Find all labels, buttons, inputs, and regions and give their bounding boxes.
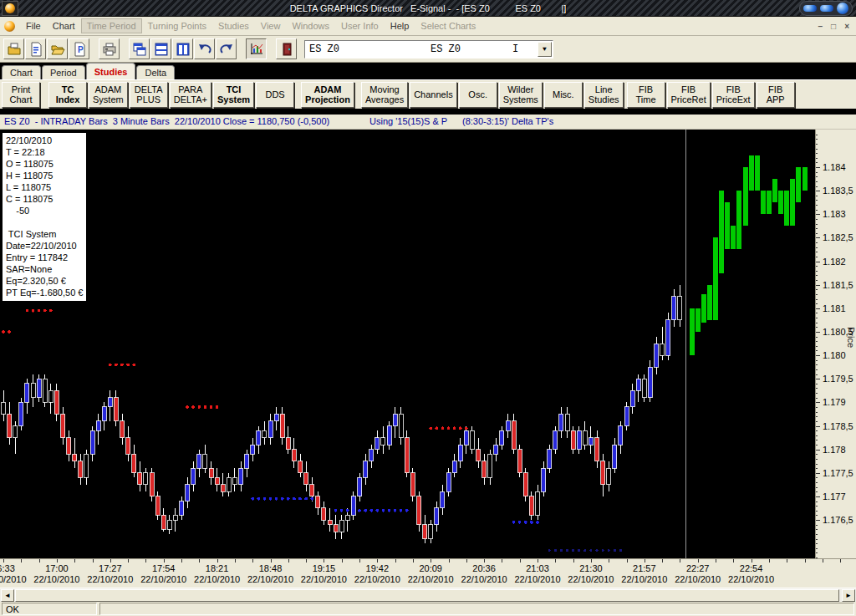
menu-item-studies[interactable]: Studies	[212, 18, 255, 33]
studies-button-adam-projection[interactable]: ADAM Projection	[301, 82, 354, 108]
minimize-button[interactable]	[803, 5, 817, 12]
tab-period[interactable]: Period	[42, 65, 85, 79]
studies-button-channels[interactable]: Channels	[410, 82, 456, 108]
price-axis-tick	[816, 303, 818, 304]
candle-body	[251, 445, 255, 454]
price-axis-tick	[816, 491, 818, 492]
studies-button-wilder-systems[interactable]: Wilder Systems	[499, 82, 543, 108]
scrollbar-thumb[interactable]	[15, 589, 839, 602]
candle-body	[446, 473, 451, 492]
candle-body	[601, 461, 605, 485]
menu-item-view[interactable]: View	[255, 18, 287, 33]
candle-body	[542, 468, 546, 491]
menu-item-user-info[interactable]: User Info	[335, 18, 385, 33]
redo-icon[interactable]	[216, 38, 237, 59]
sar-dot	[554, 549, 557, 552]
new-page-folder-icon[interactable]	[3, 38, 24, 59]
time-axis-tick	[395, 559, 396, 563]
tile-vertical-icon[interactable]	[172, 38, 193, 59]
menu-item-select-charts[interactable]: Select Charts	[415, 18, 482, 33]
price-axis-tick	[816, 257, 818, 257]
sar-dot	[49, 309, 53, 313]
mdi-restore-button[interactable]: □	[831, 22, 836, 31]
sar-dot	[435, 426, 438, 430]
studies-button-print-chart[interactable]: Print Chart	[2, 82, 40, 108]
price-axis-label: 1.182,5	[823, 232, 853, 242]
studies-button-delta-plus[interactable]: DELTA PLUS	[130, 82, 168, 108]
price-chart[interactable]: 22/10/2010 T = 22:18 O = 118075 H = 1180…	[0, 130, 815, 558]
menu-item-file[interactable]: File	[20, 18, 47, 33]
studies-button-tc-index[interactable]: TC Index	[48, 82, 87, 108]
menu-item-turning-points[interactable]: Turning Points	[142, 18, 213, 33]
studies-button-misc[interactable]: Misc.	[544, 82, 583, 108]
price-axis-tick	[816, 355, 820, 356]
candle-body	[167, 520, 171, 529]
scroll-left-arrow-icon[interactable]: ◄	[1, 589, 14, 602]
chart-toggle-icon[interactable]	[246, 38, 267, 59]
sar-dot	[32, 309, 35, 313]
candle-body	[19, 402, 23, 425]
undo-icon[interactable]	[194, 38, 215, 59]
tab-chart[interactable]: Chart	[2, 65, 41, 79]
page-preview-icon[interactable]	[25, 38, 46, 59]
restore-button[interactable]	[820, 5, 833, 12]
studies-button-dds[interactable]: DDS	[256, 82, 294, 108]
tab-studies[interactable]: Studies	[86, 63, 136, 79]
studies-button-fib-priceret[interactable]: FIB PriceRet	[667, 82, 711, 108]
sar-dot	[614, 549, 616, 552]
sar-dot	[369, 509, 373, 512]
mdi-minimize-button[interactable]: –	[818, 22, 823, 31]
menu-item-chart[interactable]: Chart	[47, 18, 81, 33]
price-axis[interactable]: Price 1.1841.183,51.1831.182,51.1821.181…	[815, 130, 856, 558]
studies-button-fib-app[interactable]: FIB APP	[757, 82, 795, 108]
studies-button-moving-averages[interactable]: Moving Averages	[361, 82, 408, 108]
sar-dot	[197, 405, 201, 409]
candle-body	[274, 414, 278, 420]
sar-dot	[186, 405, 189, 409]
mdi-close-button[interactable]: ×	[844, 22, 849, 31]
symbol-combo[interactable]: ES Z0 ES Z0 I ▼	[304, 40, 553, 59]
time-axis-label: 21:03 22/10/2010	[514, 563, 560, 585]
studies-button-fib-time[interactable]: FIB Time	[627, 82, 665, 108]
candle-body	[43, 379, 47, 402]
time-axis-tick	[840, 559, 841, 563]
candlestick-plot[interactable]	[0, 130, 815, 558]
projection-bar	[707, 285, 712, 320]
studies-button-para-delta[interactable]: PARA DELTA+	[170, 82, 211, 108]
menu-item-windows[interactable]: Windows	[286, 18, 335, 33]
close-button[interactable]	[837, 3, 848, 14]
tab-delta[interactable]: Delta	[136, 65, 175, 79]
price-axis-tick	[816, 525, 818, 526]
candle-body	[506, 421, 510, 430]
price-axis-tick	[816, 384, 818, 384]
symbol-combo-name: ES Z0	[431, 43, 461, 55]
horizontal-scrollbar[interactable]: ◄ ►	[0, 588, 856, 602]
tile-horizontal-icon[interactable]	[150, 38, 171, 59]
projection-bar	[772, 179, 777, 202]
open-folder-icon[interactable]	[47, 38, 68, 59]
combo-dropdown-arrow-icon[interactable]: ▼	[538, 42, 552, 57]
menu-item-time-period[interactable]: Time Period	[81, 18, 142, 33]
cascade-windows-icon[interactable]	[129, 38, 150, 59]
price-axis-tick	[816, 205, 818, 206]
price-axis-tick	[816, 412, 818, 413]
candle-body	[262, 430, 267, 437]
page-p-icon[interactable]: P	[69, 38, 89, 59]
menu-app-icon[interactable]	[4, 21, 15, 32]
studies-button-fib-priceext[interactable]: FIB PriceExt	[712, 82, 755, 108]
time-axis-tick	[573, 559, 574, 563]
sar-dot	[364, 509, 367, 512]
studies-button-adam-system[interactable]: ADAM System	[89, 82, 128, 108]
studies-button-tci-system[interactable]: TCI System	[213, 82, 254, 108]
studies-button-line-studies[interactable]: Line Studies	[584, 82, 624, 108]
menu-item-help[interactable]: Help	[385, 18, 415, 33]
scroll-right-arrow-icon[interactable]: ►	[842, 589, 855, 602]
print-icon[interactable]	[99, 38, 120, 59]
exit-door-icon[interactable]	[276, 38, 297, 59]
candle-body	[209, 468, 213, 477]
price-axis-tick	[816, 529, 818, 530]
studies-button-osc[interactable]: Osc.	[459, 82, 497, 108]
price-axis-tick	[816, 477, 818, 478]
candle-body	[523, 473, 527, 496]
sar-dot	[115, 363, 118, 366]
